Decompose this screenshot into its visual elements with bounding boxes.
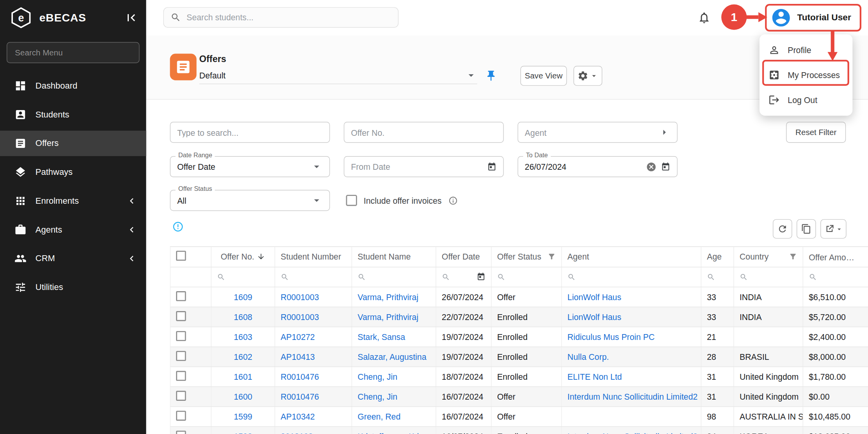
cell-offer_no[interactable]: 1600: [211, 386, 275, 406]
notifications-bell-icon[interactable]: [697, 11, 711, 24]
filter-offer-date[interactable]: [436, 267, 491, 287]
calendar-icon[interactable]: [661, 162, 671, 171]
alert-info-icon[interactable]: [172, 221, 184, 233]
view-selector[interactable]: Default: [199, 67, 477, 84]
cell-student_name[interactable]: Cheng, Jin: [352, 386, 436, 406]
row-checkbox[interactable]: [176, 291, 186, 301]
row-checkbox[interactable]: [176, 371, 186, 381]
offer-no-input[interactable]: [351, 128, 496, 137]
user-chip[interactable]: Tutorial User: [770, 7, 851, 28]
table-row[interactable]: 1600R0010476Cheng, Jin16/07/2024OfferInt…: [170, 386, 868, 406]
row-checkbox[interactable]: [176, 311, 186, 321]
cell-student_name[interactable]: Kristofferson, Kris: [352, 426, 436, 434]
refresh-button[interactable]: [773, 219, 792, 239]
col-offer-amount[interactable]: Offer Amount: [803, 247, 868, 267]
row-checkbox[interactable]: [176, 331, 186, 341]
student-search-input[interactable]: [187, 13, 391, 22]
filter-student-name[interactable]: [352, 267, 436, 287]
save-view-button[interactable]: Save View: [520, 66, 567, 86]
menu-item-profile[interactable]: Profile: [760, 37, 852, 62]
sidebar-item-crm[interactable]: CRM: [0, 246, 146, 271]
cell-offer_no[interactable]: 1602: [211, 347, 275, 366]
include-invoices-checkbox[interactable]: [346, 195, 357, 206]
row-checkbox[interactable]: [176, 411, 186, 421]
select-all-checkbox[interactable]: [176, 251, 186, 261]
view-settings-button[interactable]: [573, 66, 602, 86]
filter-offer-no[interactable]: [211, 267, 275, 287]
sidebar-item-utilities[interactable]: Utilities: [0, 275, 146, 300]
cell-agent[interactable]: Interdum Nunc Sollicitudin Limited2: [562, 386, 701, 406]
sidebar-item-pathways[interactable]: Pathways: [0, 159, 146, 185]
cell-offer_no[interactable]: 1598: [211, 426, 275, 434]
filter-student-number[interactable]: [275, 267, 352, 287]
cell-offer_no[interactable]: 1609: [211, 287, 275, 307]
cell-student_number[interactable]: AP10272: [275, 327, 352, 347]
sidebar-item-agents[interactable]: Agents: [0, 217, 146, 242]
cell-student_number[interactable]: 2018108: [275, 426, 352, 434]
cell-student_name[interactable]: Stark, Sansa: [352, 327, 436, 347]
table-row[interactable]: 1602AP10413Salazar, Augustina19/07/2024E…: [170, 347, 868, 366]
menu-item-log-out[interactable]: Log Out: [760, 87, 852, 112]
col-offer-date[interactable]: Offer Date: [436, 247, 491, 267]
cell-student_name[interactable]: Salazar, Augustina: [352, 347, 436, 366]
from-date-input[interactable]: [351, 162, 483, 171]
cell-agent[interactable]: LionWolf Haus: [562, 307, 701, 327]
reset-filter-button[interactable]: Reset Filter: [786, 122, 846, 143]
cell-student_number[interactable]: AP10342: [275, 406, 352, 426]
col-agent[interactable]: Agent: [562, 247, 701, 267]
menu-search-input[interactable]: [7, 42, 139, 63]
cell-agent[interactable]: Nulla Corp.: [562, 347, 701, 366]
menu-item-my-processes[interactable]: My Processes: [760, 62, 852, 87]
filter-funnel-icon[interactable]: [548, 253, 556, 261]
col-age[interactable]: Age: [701, 247, 734, 267]
cell-agent[interactable]: Ridiculus Mus Proin PC: [562, 327, 701, 347]
cell-offer_no[interactable]: 1608: [211, 307, 275, 327]
table-row[interactable]: 1609R0001003Varma, Prithviraj26/07/2024O…: [170, 287, 868, 307]
collapse-sidebar-button[interactable]: [124, 11, 139, 25]
sidebar-item-dashboard[interactable]: Dashboard: [0, 73, 146, 98]
col-offer-no[interactable]: Offer No.: [211, 247, 275, 267]
to-date-field[interactable]: To Date 26/07/2024: [518, 156, 678, 177]
cell-student_number[interactable]: R0010476: [275, 366, 352, 386]
agent-select[interactable]: Agent: [518, 122, 678, 143]
cell-student_name[interactable]: Varma, Prithviraj: [352, 287, 436, 307]
cell-offer_no[interactable]: 1599: [211, 406, 275, 426]
col-student-name[interactable]: Student Name: [352, 247, 436, 267]
filter-country[interactable]: [734, 267, 803, 287]
copy-button[interactable]: [797, 219, 816, 239]
table-row[interactable]: 1608R0001003Varma, Prithviraj22/07/2024E…: [170, 307, 868, 327]
row-checkbox[interactable]: [176, 430, 186, 434]
cell-student_number[interactable]: R0001003: [275, 307, 352, 327]
clear-date-icon[interactable]: [646, 161, 656, 172]
col-country[interactable]: Country: [734, 247, 803, 267]
quick-search-input[interactable]: [177, 128, 323, 137]
calendar-icon[interactable]: [487, 162, 496, 171]
table-row[interactable]: 15982018108Kristofferson, Kris16/07/2024…: [170, 426, 868, 434]
cell-student_name[interactable]: Varma, Prithviraj: [352, 307, 436, 327]
filter-funnel-icon[interactable]: [789, 253, 797, 261]
table-row[interactable]: 1603AP10272Stark, Sansa19/07/2024Enrolle…: [170, 327, 868, 347]
cell-student_number[interactable]: R0001003: [275, 287, 352, 307]
cell-student_name[interactable]: Cheng, Jin: [352, 366, 436, 386]
calendar-icon[interactable]: [477, 272, 486, 281]
offer-status-select[interactable]: Offer Status All: [170, 190, 330, 211]
row-checkbox[interactable]: [176, 351, 186, 361]
cell-offer_no[interactable]: 1601: [211, 366, 275, 386]
filter-age[interactable]: [701, 267, 734, 287]
col-offer-status[interactable]: Offer Status: [491, 247, 562, 267]
sidebar-item-enrolments[interactable]: Enrolments: [0, 188, 146, 213]
filter-offer-status[interactable]: [491, 267, 562, 287]
col-student-number[interactable]: Student Number: [275, 247, 352, 267]
cell-student_number[interactable]: R0010476: [275, 386, 352, 406]
sidebar-item-offers[interactable]: Offers: [0, 131, 146, 156]
info-icon[interactable]: [448, 196, 457, 205]
cell-agent[interactable]: Interdum Nunc Sollicitudin Limited2: [562, 426, 701, 434]
export-button[interactable]: [820, 219, 847, 239]
cell-agent[interactable]: LionWolf Haus: [562, 287, 701, 307]
sidebar-item-students[interactable]: Students: [0, 102, 146, 127]
row-checkbox[interactable]: [176, 391, 186, 401]
table-row[interactable]: 1599AP10342Green, Red16/07/2024Offer98AU…: [170, 406, 868, 426]
cell-student_number[interactable]: AP10413: [275, 347, 352, 366]
filter-agent[interactable]: [562, 267, 701, 287]
cell-agent[interactable]: ELITE Non Ltd: [562, 366, 701, 386]
